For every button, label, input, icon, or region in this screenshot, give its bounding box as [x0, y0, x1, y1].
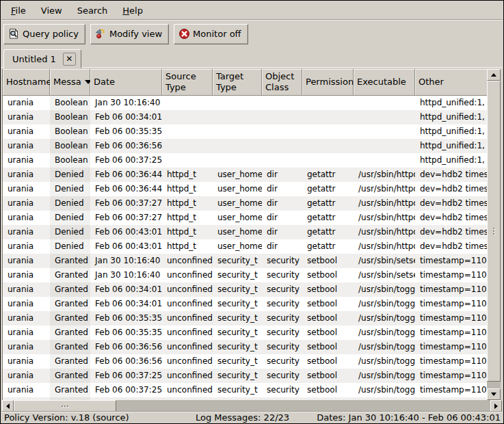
column-header-messa[interactable]: Messa: [50, 69, 90, 96]
table-row[interactable]: uraniaBooleanFeb 06 00:35:35httpd_unifie…: [3, 124, 487, 139]
tab-untitled-1[interactable]: Untitled 1 ✕: [3, 49, 81, 68]
table-row[interactable]: [3, 397, 487, 400]
cell-hostname: urania: [3, 110, 50, 124]
table-row[interactable]: uraniaGrantedFeb 06 00:34:01unconfined_s…: [3, 297, 487, 311]
cell-executable: /usr/sbin/toggle: [354, 354, 415, 369]
menu-file[interactable]: File: [3, 2, 34, 19]
cell-object-class: security: [262, 354, 302, 369]
cell-executable: [354, 124, 415, 139]
scroll-left-button[interactable]: [2, 400, 14, 412]
cell-target-type: user_home_: [213, 211, 262, 225]
column-label: Messa: [53, 77, 81, 88]
table-row[interactable]: uraniaGrantedFeb 06 00:35:35unconfined_s…: [3, 311, 487, 326]
vertical-scrollbar-thumb[interactable]: [487, 81, 501, 382]
modify-view-button[interactable]: Modify view: [90, 24, 169, 44]
cell-executable: /usr/sbin/httpd: [354, 225, 415, 239]
cell-date: Jan 30 10:16:40: [90, 268, 162, 282]
table-row[interactable]: uraniaGrantedJan 30 10:16:40unconfined_s…: [3, 254, 487, 268]
column-header-source-type[interactable]: Source Type: [162, 69, 213, 96]
cell-object-class: [262, 96, 302, 110]
tab-label: Untitled 1: [12, 54, 56, 64]
table-row[interactable]: uraniaGrantedFeb 06 00:37:25unconfined_s…: [3, 369, 487, 383]
table-row[interactable]: uraniaBooleanFeb 06 00:37:25httpd_unifie…: [3, 153, 487, 168]
cell-date: Feb 06 00:43:01: [90, 239, 162, 254]
column-header-permission[interactable]: Permission: [302, 69, 354, 96]
dates-status: Dates: Jan 30 10:16:40 - Feb 06 00:43:01: [317, 412, 503, 423]
table-row[interactable]: uraniaGrantedFeb 06 00:36:56unconfined_s…: [3, 340, 487, 354]
horizontal-scrollbar-thumb[interactable]: [14, 400, 116, 412]
cell-source-type: unconfined_: [162, 297, 213, 311]
cell-other: dev=hdb2 timesta: [415, 239, 487, 254]
cell-other: timestamp=11076: [415, 282, 487, 297]
column-header-executable[interactable]: Executable: [354, 69, 415, 96]
cell-executable: /usr/sbin/toggle: [354, 282, 415, 297]
cell-permission: setbool: [302, 282, 354, 297]
cell-object-class: security: [262, 340, 302, 354]
cell-hostname: urania: [3, 182, 50, 196]
table-row[interactable]: uraniaBooleanFeb 06 00:36:56httpd_unifie…: [3, 139, 487, 153]
cell-executable: /usr/sbin/httpd: [354, 168, 415, 182]
scroll-right-button[interactable]: [490, 400, 502, 412]
cell-messa: Granted: [50, 282, 90, 297]
column-header-other[interactable]: Other: [415, 69, 488, 96]
table-row[interactable]: uraniaDeniedFeb 06 00:36:44httpd_tuser_h…: [3, 168, 487, 182]
cell-messa: Boolean: [50, 124, 90, 139]
cell-permission: getattr: [302, 239, 354, 254]
table-row[interactable]: uraniaGrantedFeb 06 00:35:35unconfined_s…: [3, 326, 487, 340]
cell-hostname: urania: [3, 239, 50, 254]
menu-help[interactable]: Help: [115, 2, 150, 19]
cell-other: timestamp=11076: [415, 354, 487, 369]
cell-source-type: httpd_t: [162, 182, 213, 196]
table-row[interactable]: uraniaBooleanJan 30 10:16:40httpd_unifie…: [3, 96, 487, 110]
query-policy-button[interactable]: Query policy: [3, 24, 85, 44]
table-row[interactable]: uraniaBooleanFeb 06 00:34:01httpd_unifie…: [3, 110, 487, 124]
cell-hostname: urania: [3, 124, 50, 139]
cell-object-class: dir: [262, 239, 302, 254]
table-row[interactable]: uraniaDeniedFeb 06 00:36:44httpd_tuser_h…: [3, 182, 487, 196]
cell-other: timestamp=11071: [415, 254, 487, 268]
column-header-hostname[interactable]: Hostname: [3, 69, 50, 96]
seaudit-window: FileViewSearchHelp Query policy: [0, 0, 504, 424]
cell-source-type: unconfined_: [162, 268, 213, 282]
horizontal-scrollbar[interactable]: [2, 400, 502, 412]
vertical-scrollbar[interactable]: [487, 69, 501, 400]
cell-object-class: dir: [262, 182, 302, 196]
menu-search[interactable]: Search: [70, 2, 116, 19]
thumb-grip-icon: [62, 406, 68, 407]
cell-target-type: security_t: [213, 354, 262, 369]
tab-close-button[interactable]: ✕: [63, 53, 76, 66]
cell-hostname: urania: [3, 196, 50, 211]
table-row[interactable]: uraniaGrantedFeb 06 00:34:01unconfined_s…: [3, 282, 487, 297]
table-row[interactable]: uraniaDeniedFeb 06 00:43:01httpd_tuser_h…: [3, 225, 487, 239]
table-row[interactable]: uraniaDeniedFeb 06 00:37:27httpd_tuser_h…: [3, 211, 487, 225]
arrow-right-icon: [494, 403, 498, 409]
column-header-target-type[interactable]: Target Type: [213, 69, 262, 96]
column-label: Executable: [357, 77, 406, 88]
scroll-down-button[interactable]: [487, 388, 501, 400]
scroll-up-button[interactable]: [487, 69, 501, 81]
cell-permission: [302, 96, 354, 110]
column-header-date[interactable]: Date: [90, 69, 162, 96]
column-header-object-class[interactable]: Object Class: [262, 69, 302, 96]
modify-view-icon: [95, 28, 107, 40]
table-row[interactable]: uraniaDeniedFeb 06 00:43:01httpd_tuser_h…: [3, 239, 487, 254]
cell-object-class: security: [262, 297, 302, 311]
table-row[interactable]: uraniaGrantedFeb 06 00:37:25unconfined_s…: [3, 383, 487, 397]
cell-target-type: security_t: [213, 254, 262, 268]
cell-other: httpd_unified:1, h: [415, 110, 487, 124]
cell-other: dev=hdb2 timesta: [415, 196, 487, 211]
cell-date: Feb 06 00:34:01: [90, 110, 162, 124]
cell-target-type: user_home_: [213, 225, 262, 239]
cell-permission: getattr: [302, 225, 354, 239]
cell-hostname: urania: [3, 326, 50, 340]
table-row[interactable]: uraniaDeniedFeb 06 00:37:27httpd_tuser_h…: [3, 196, 487, 211]
cell-hostname: urania: [3, 297, 50, 311]
table-row[interactable]: uraniaGrantedJan 30 10:16:40unconfined_s…: [3, 268, 487, 282]
cell-date: [90, 397, 162, 400]
cell-hostname: urania: [3, 168, 50, 182]
table-row[interactable]: uraniaGrantedFeb 06 00:36:56unconfined_s…: [3, 354, 487, 369]
menu-view[interactable]: View: [34, 2, 70, 19]
query-policy-label: Query policy: [23, 29, 79, 39]
cell-object-class: [262, 110, 302, 124]
monitor-off-button[interactable]: Monitor off: [174, 24, 248, 44]
